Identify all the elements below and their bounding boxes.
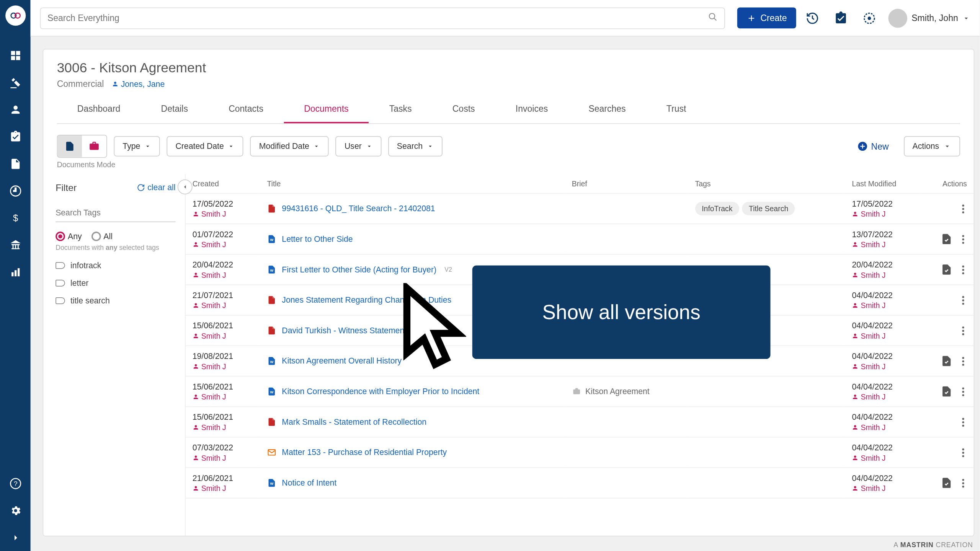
tab-details[interactable]: Details (140, 96, 208, 124)
col-modified[interactable]: Last Modified (845, 174, 920, 193)
table-row[interactable]: 15/06/2021Smith JMark Smalls - Statement… (186, 407, 974, 437)
filter-search[interactable]: Search (388, 136, 443, 156)
sign-icon[interactable] (941, 264, 953, 276)
nav-time-icon[interactable] (0, 178, 31, 205)
created-user: Smith J (193, 332, 253, 340)
created-user: Smith J (193, 362, 253, 370)
history-icon[interactable] (800, 6, 825, 30)
tab-documents[interactable]: Documents (284, 96, 369, 124)
clear-all-button[interactable]: clear all (137, 183, 176, 192)
create-button[interactable]: Create (737, 7, 796, 28)
row-menu-button[interactable] (959, 415, 967, 429)
row-menu-button[interactable] (959, 323, 967, 337)
global-search[interactable] (40, 7, 725, 29)
modified-user: Smith J (852, 454, 913, 462)
radio-any[interactable]: Any (56, 231, 82, 241)
svg-point-12 (709, 13, 715, 18)
tab-dashboard[interactable]: Dashboard (57, 96, 141, 124)
created-date: 20/04/2022 (193, 260, 253, 270)
approvals-icon[interactable] (829, 6, 853, 30)
tag-filter-letter[interactable]: letter (56, 274, 175, 292)
user-menu[interactable]: Smith, John (889, 8, 970, 28)
briefs-view-toggle[interactable] (82, 135, 106, 157)
tag-pill[interactable]: Title Search (742, 202, 795, 215)
sign-icon[interactable] (941, 477, 953, 489)
table-row[interactable]: 01/07/2022Smith JWLetter to Other Side13… (186, 224, 974, 254)
nav-tasks-icon[interactable] (0, 123, 31, 150)
new-document-button[interactable]: New (857, 141, 889, 152)
nav-collapse-icon[interactable] (0, 524, 31, 551)
row-menu-button[interactable] (959, 384, 967, 398)
row-menu-button[interactable] (959, 262, 967, 277)
filter-user[interactable]: User (336, 136, 381, 156)
tag-filter-title-search[interactable]: title search (56, 292, 175, 310)
document-title-link[interactable]: 99431616 - QLD_ Title Search - 21402081 (267, 203, 558, 214)
document-title-link[interactable]: Matter 153 - Purchase of Residential Pro… (267, 447, 558, 458)
sign-icon[interactable] (941, 355, 953, 367)
created-user: Smith J (193, 240, 253, 248)
tag-filter-infotrack[interactable]: infotrack (56, 257, 175, 274)
tab-searches[interactable]: Searches (568, 96, 646, 124)
tab-tasks[interactable]: Tasks (369, 96, 432, 124)
table-row[interactable]: 17/05/2022Smith J99431616 - QLD_ Title S… (186, 193, 974, 224)
sign-icon[interactable] (941, 385, 953, 398)
col-title[interactable]: Title (260, 174, 565, 193)
row-menu-button[interactable] (959, 202, 967, 216)
documents-view-toggle[interactable] (57, 135, 82, 157)
created-date: 15/06/2021 (193, 321, 253, 331)
app-logo[interactable] (5, 5, 25, 26)
document-title-link[interactable]: WNotice of Intent (267, 478, 558, 488)
col-brief[interactable]: Brief (565, 174, 688, 193)
matter-owner-link[interactable]: Jones, Jane (112, 79, 165, 88)
document-title-link[interactable]: WLetter to Other Side (267, 234, 558, 245)
nav-person-icon[interactable] (0, 96, 31, 123)
nav-gavel-icon[interactable] (0, 69, 31, 96)
modified-date: 04/04/2022 (852, 412, 913, 422)
collapse-filter-button[interactable] (178, 179, 193, 194)
table-row[interactable]: 15/06/2021Smith JWKitson Correspondence … (186, 376, 974, 407)
svg-rect-4 (11, 56, 15, 60)
actions-button[interactable]: Actions (904, 136, 960, 156)
table-row[interactable]: 07/03/2022Smith JMatter 153 - Purchase o… (186, 437, 974, 468)
filter-type[interactable]: Type (114, 136, 160, 156)
col-created[interactable]: Created (186, 174, 260, 193)
nav-dashboard-icon[interactable] (0, 42, 31, 69)
document-title-link[interactable]: Mark Smalls - Statement of Recollection (267, 417, 558, 427)
nav-document-icon[interactable] (0, 150, 31, 178)
tab-contacts[interactable]: Contacts (208, 96, 284, 124)
nav-billing-icon[interactable]: $ (0, 205, 31, 232)
matter-category: Commercial (57, 78, 104, 89)
modified-user: Smith J (852, 332, 913, 340)
col-tags[interactable]: Tags (688, 174, 845, 193)
row-menu-button[interactable] (959, 232, 967, 246)
row-menu-button[interactable] (959, 293, 967, 307)
filter-modified-date[interactable]: Modified Date (250, 136, 329, 156)
row-menu-button[interactable] (959, 476, 967, 490)
left-sidebar: $ ? (0, 0, 31, 551)
created-date: 19/08/2021 (193, 352, 253, 361)
sign-icon[interactable] (941, 233, 953, 245)
nav-help-icon[interactable]: ? (0, 470, 31, 497)
tab-trust[interactable]: Trust (646, 96, 707, 124)
nav-reports-icon[interactable] (0, 259, 31, 286)
modified-date: 04/04/2022 (852, 352, 913, 361)
modified-user: Smith J (852, 210, 913, 218)
created-user: Smith J (193, 484, 253, 492)
brief-link[interactable]: Kitson Agreement (572, 387, 681, 396)
nav-trust-icon[interactable] (0, 231, 31, 259)
document-title-link[interactable]: WKitson Correspondence with Employer Pri… (267, 386, 558, 397)
tag-pill[interactable]: InfoTrack (695, 202, 739, 215)
tab-invoices[interactable]: Invoices (495, 96, 568, 124)
sync-icon[interactable] (858, 6, 882, 30)
tag-search-input[interactable] (56, 204, 175, 222)
filter-created-date[interactable]: Created Date (167, 136, 243, 156)
nav-settings-icon[interactable] (0, 497, 31, 524)
row-menu-button[interactable] (959, 354, 967, 368)
table-row[interactable]: 21/06/2021Smith JWNotice of Intent04/04/… (186, 468, 974, 498)
tab-costs[interactable]: Costs (432, 96, 495, 124)
modified-date: 04/04/2022 (852, 321, 913, 331)
search-input[interactable] (47, 13, 708, 23)
row-menu-button[interactable] (959, 445, 967, 460)
svg-rect-2 (11, 51, 15, 55)
radio-all[interactable]: All (91, 231, 112, 241)
